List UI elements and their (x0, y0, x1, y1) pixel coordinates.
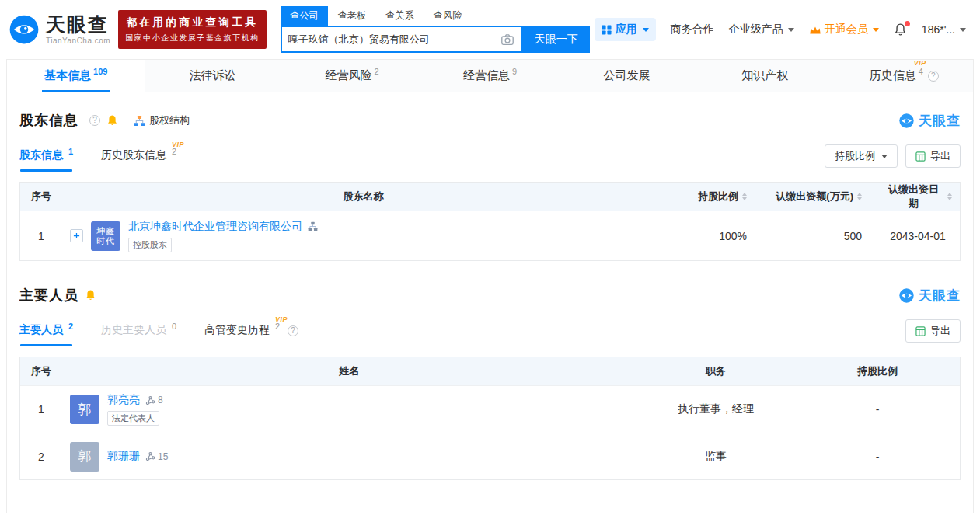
holding-ratio-filter-button[interactable]: 持股比例 (825, 144, 898, 168)
slogan-line-2: 国家中小企业发展子基金旗下机构 (125, 33, 260, 43)
shareholder-avatar: 坤鑫 时代 (91, 221, 120, 251)
col-header-index: 序号 (20, 364, 62, 378)
tianyancha-logo[interactable]: 天眼查 TianYanCha.com (8, 13, 110, 46)
equity-structure-icon (134, 115, 145, 127)
tab-count: 2 (374, 67, 378, 76)
person-name-link[interactable]: 郭亮亮 (107, 393, 140, 407)
subscribe-bell-icon[interactable] (85, 289, 96, 301)
tab-basic-info[interactable]: 基本信息 109 (7, 60, 145, 92)
equity-structure-link[interactable]: 股权结构 (134, 113, 190, 127)
tab-count: 4 (919, 67, 923, 76)
col-header-subscribed-capital[interactable]: 认缴出资额(万元) (761, 190, 876, 204)
subtab-label: 高管变更历程 (204, 323, 270, 336)
subtab-history-shareholders[interactable]: VIP 历史股东信息 2 (101, 148, 176, 172)
help-icon[interactable]: ? (288, 325, 298, 336)
tab-history-info[interactable]: VIP 历史信息 4 ? (835, 60, 973, 92)
avatar-text-line2: 时代 (96, 236, 115, 246)
equity-structure-label: 股权结构 (149, 113, 190, 127)
tab-label: 基本信息 (44, 68, 91, 83)
col-header-index: 序号 (20, 190, 62, 204)
subtab-key-personnel[interactable]: 主要人员 2 (19, 323, 73, 346)
apps-menu-button[interactable]: 应用 (595, 18, 656, 41)
relation-graph-link[interactable]: 8 (145, 395, 163, 405)
shareholders-subtabs: 股东信息 1 VIP 历史股东信息 2 (19, 148, 825, 172)
relation-graph-icon (145, 451, 155, 461)
sort-icon[interactable] (742, 193, 747, 200)
legal-representative-tag: 法定代表人 (107, 411, 159, 426)
nav-enterprise-label: 企业级产品 (729, 23, 783, 37)
notification-dot (905, 21, 910, 26)
search-tab-risk[interactable]: 查风险 (424, 6, 472, 26)
relation-graph-icon (145, 395, 155, 405)
watermark-text: 天眼查 (919, 287, 961, 304)
person-name-link[interactable]: 郭珊珊 (107, 450, 140, 464)
subtab-executive-changes[interactable]: VIP 高管变更历程 2 ? (204, 323, 298, 346)
tianyancha-watermark: 天眼查 (898, 287, 961, 304)
controlling-shareholder-tag: 控股股东 (128, 238, 172, 252)
shareholder-table-row: 1 坤鑫 时代 北京坤鑫时代企业管理咨询有限公司 (20, 211, 960, 260)
col-header-holding-ratio[interactable]: 持股比例 (664, 190, 761, 204)
nav-account-phone[interactable]: 186*'... (922, 23, 966, 36)
relation-graph-link[interactable]: 15 (145, 451, 168, 462)
tab-operation-risk[interactable]: 经营风险 2 (283, 60, 421, 92)
crown-icon (809, 25, 821, 35)
search-tab-boss[interactable]: 查老板 (328, 6, 376, 26)
personnel-subtabs: 主要人员 2 历史主要人员 0 VIP 高管变更历程 2 ? (19, 323, 905, 346)
search-input[interactable] (282, 27, 500, 51)
export-button[interactable]: 导出 (905, 144, 961, 168)
logo-brand-text: 天眼查 (46, 14, 110, 36)
search-tab-relation[interactable]: 查关系 (376, 6, 424, 26)
tab-legal-litigation[interactable]: 法律诉讼 (145, 60, 284, 92)
help-icon[interactable]: ? (928, 71, 939, 82)
tab-label: 公司发展 (604, 68, 650, 83)
chevron-down-icon (960, 28, 966, 32)
subtab-history-personnel[interactable]: 历史主要人员 0 (101, 323, 176, 346)
company-detail-tabs: 基本信息 109 法律诉讼 经营风险 2 经营信息 9 公司发展 (7, 60, 973, 92)
person-avatar: 郭 (70, 395, 99, 424)
shareholders-section: 股东信息 ? 股权结构 天眼查 股东信息 1 (7, 92, 973, 272)
subtab-label: 历史主要人员 (101, 323, 166, 336)
nav-business-cooperation[interactable]: 商务合作 (671, 23, 714, 37)
subscribed-capital-value: 500 (761, 230, 876, 242)
apps-grid-icon (602, 25, 612, 35)
subtab-label: 历史股东信息 (101, 148, 166, 161)
shareholders-title: 股东信息 (19, 111, 78, 130)
col-header-subscription-date[interactable]: 认缴出资日期 (876, 183, 960, 211)
nav-enterprise-products[interactable]: 企业级产品 (729, 23, 794, 37)
chevron-down-icon (881, 155, 888, 158)
company-detail-card: 基本信息 109 法律诉讼 经营风险 2 经营信息 9 公司发展 (6, 59, 974, 513)
col-header-label: 持股比例 (698, 190, 738, 204)
vip-badge: VIP (914, 59, 926, 67)
camera-icon[interactable] (500, 33, 514, 47)
help-icon[interactable]: ? (89, 115, 100, 126)
notification-bell-icon[interactable] (894, 23, 907, 37)
col-header-person-name: 姓名 (62, 364, 636, 378)
subscribe-bell-icon[interactable] (106, 114, 118, 127)
subtab-shareholders[interactable]: 股东信息 1 (19, 148, 73, 172)
search-box (281, 26, 523, 53)
tab-label: 知识产权 (741, 68, 788, 83)
export-button[interactable]: 导出 (905, 319, 961, 343)
personnel-table-header: 序号 姓名 职务 持股比例 (20, 357, 960, 385)
tab-operation-info[interactable]: 经营信息 9 (421, 60, 560, 92)
holding-ratio-value: 100% (664, 230, 761, 242)
equity-mini-icon[interactable] (308, 221, 318, 231)
search-button[interactable]: 天眼一下 (523, 26, 590, 53)
tab-label: 历史信息 (870, 68, 916, 83)
key-personnel-title: 主要人员 (19, 286, 78, 304)
expand-row-button[interactable] (70, 229, 83, 242)
nav-open-membership[interactable]: 开通会员 (809, 23, 879, 37)
apps-menu-label: 应用 (616, 23, 637, 37)
subtab-label: 股东信息 (19, 148, 63, 161)
shareholder-company-link[interactable]: 北京坤鑫时代企业管理咨询有限公司 (128, 220, 302, 234)
sort-icon[interactable] (857, 193, 862, 200)
tab-intellectual-property[interactable]: 知识产权 (697, 60, 835, 92)
tianyancha-eye-icon (8, 13, 40, 46)
top-header: 天眼查 TianYanCha.com 都在用的商业查询工具 国家中小企业发展子基… (0, 0, 980, 59)
sort-icon[interactable] (947, 193, 952, 200)
tab-company-development[interactable]: 公司发展 (559, 60, 697, 92)
chevron-down-icon (873, 28, 879, 32)
search-tab-company[interactable]: 查公司 (281, 6, 329, 26)
slogan-line-1: 都在用的商业查询工具 (125, 16, 260, 30)
tab-count: 109 (93, 67, 107, 76)
